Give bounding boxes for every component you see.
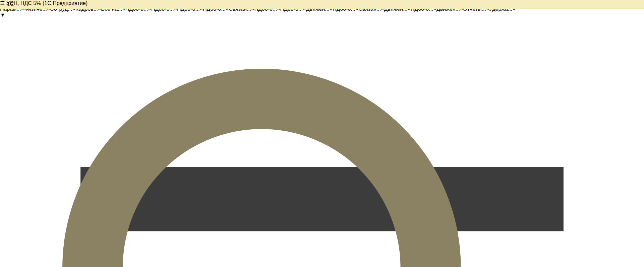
app-window: 1С ☰ УСН, НДС 5% (1С:Предприятие) Поиск … xyxy=(0,0,644,267)
main-menu-icon[interactable]: ☰ xyxy=(0,0,5,6)
global-search-input[interactable]: Поиск Ctrl+Shift+F xyxy=(0,6,644,267)
1c-logo: 1С xyxy=(7,1,14,7)
search-icon xyxy=(0,6,644,267)
title-bar: 1С ☰ УСН, НДС 5% (1С:Предприятие) Поиск … xyxy=(0,0,644,9)
window-title: УСН, НДС 5% (1С:Предприятие) xyxy=(6,0,87,6)
